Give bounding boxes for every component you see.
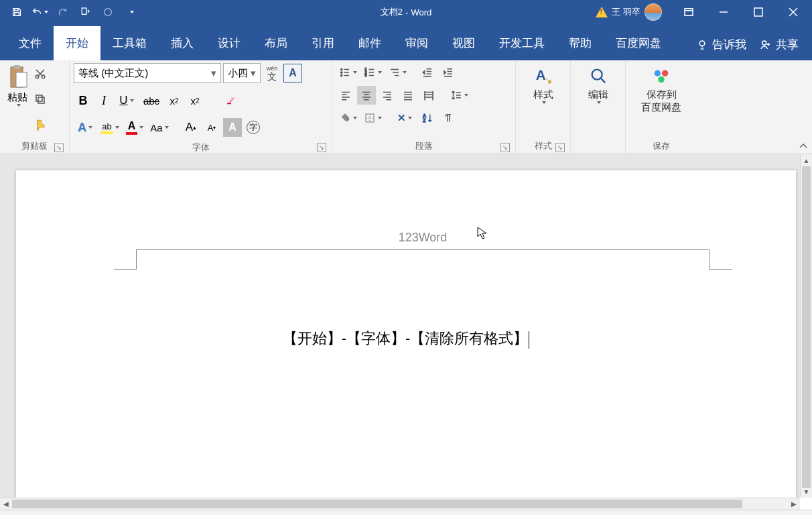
align-right-button[interactable] [378,86,397,105]
tab-design[interactable]: 设计 [206,26,253,60]
shading-button[interactable] [336,109,359,127]
char-border-button[interactable]: A [283,64,302,82]
font-launcher[interactable]: ↘ [317,143,326,152]
vscroll-thumb[interactable] [802,166,811,488]
sort-button[interactable]: AZ [418,109,437,127]
increase-indent-button[interactable] [439,63,458,82]
redo-button[interactable] [52,2,72,22]
svg-text:A: A [535,67,545,82]
grow-font-button[interactable]: A▴ [182,118,200,137]
borders-button[interactable] [361,109,384,127]
save-baidu-button[interactable]: 保存到 百度网盘 [631,63,691,117]
superscript-button[interactable]: x2 [186,91,204,110]
phonetic-guide-button[interactable]: wén文 [263,64,281,82]
align-center-button[interactable] [357,86,376,105]
tell-me-label: 告诉我 [712,37,746,52]
tab-references[interactable]: 引用 [299,26,346,60]
font-size-combo[interactable]: 小四▾ [223,63,261,83]
styles-launcher[interactable]: ↘ [555,143,565,152]
bold-button[interactable]: B [74,91,92,110]
scroll-left-button[interactable]: ◀ [0,498,12,510]
enclose-char-button[interactable]: 字 [244,118,263,137]
tab-toolbox[interactable]: 工具箱 [100,26,159,60]
shrink-font-button[interactable]: A▾ [202,118,221,137]
tab-insert[interactable]: 插入 [159,26,206,60]
maximize-button[interactable] [744,0,773,24]
multilevel-button[interactable] [386,63,409,82]
cut-button[interactable] [31,64,50,83]
group-styles: A 样式 样式↘ [516,60,571,154]
vscroll-track[interactable] [801,166,812,485]
undo-button[interactable] [29,2,50,22]
svg-point-20 [340,72,342,73]
scroll-down-button[interactable]: ▼ [801,485,812,498]
collapse-ribbon-button[interactable] [797,140,809,152]
record-button[interactable] [98,2,118,22]
asian-layout-button[interactable]: ✕ [393,109,416,127]
tab-help[interactable]: 帮助 [557,26,604,60]
tab-mail[interactable]: 邮件 [346,26,393,60]
minimize-button[interactable] [709,0,738,24]
hscroll-track[interactable] [12,498,788,510]
subscript-button[interactable]: x2 [165,91,184,110]
user-area[interactable]: 王 羽卒 [596,3,662,21]
save-button[interactable] [7,2,27,22]
show-marks-button[interactable] [439,109,458,127]
numbering-button[interactable]: 123 [361,63,384,82]
vertical-scrollbar[interactable]: ▲ ▼ [800,154,812,498]
svg-rect-12 [13,65,20,69]
clipboard-launcher[interactable]: ↘ [54,143,64,152]
close-button[interactable] [779,0,808,24]
scroll-right-button[interactable]: ▶ [788,498,800,510]
warning-icon [596,7,608,17]
change-case-button[interactable]: Aa [148,118,171,137]
styles-button[interactable]: A 样式 [525,63,562,107]
tab-review[interactable]: 审阅 [393,26,440,60]
page[interactable]: 123Word 【开始】-【字体】-【清除所有格式】 [16,170,796,498]
paragraph-launcher[interactable]: ↘ [500,143,510,152]
editing-button[interactable]: 编辑 [580,63,617,107]
clear-format-button[interactable] [222,91,241,110]
scroll-up-button[interactable]: ▲ [801,154,812,166]
tab-file[interactable]: 文件 [7,26,54,60]
font-color-button[interactable]: A [123,118,146,137]
underline-button[interactable]: U [115,91,138,110]
quick-access-toolbar [0,2,141,22]
format-painter-button[interactable] [31,115,50,134]
char-shading-button[interactable]: A [223,118,242,137]
paste-button[interactable]: 粘贴 [4,63,31,108]
tab-home[interactable]: 开始 [54,26,100,60]
horizontal-scrollbar[interactable]: ◀ ▶ [0,498,800,510]
highlight-button[interactable]: ab [98,118,121,137]
strikethrough-button[interactable]: abc [140,91,163,110]
distributed-button[interactable] [419,86,438,105]
tab-developer[interactable]: 开发工具 [487,26,557,60]
group-save: 保存到 百度网盘 保存 [626,60,697,154]
decrease-indent-button[interactable] [418,63,437,82]
share-button[interactable]: 共享 [753,29,805,60]
qat-customize-button[interactable] [121,2,141,22]
document-area[interactable]: 123Word 【开始】-【字体】-【清除所有格式】 [0,154,812,498]
touch-mode-button[interactable] [75,2,95,22]
svg-rect-1 [15,13,19,16]
svg-text:3: 3 [364,73,366,77]
group-clipboard: 粘贴 剪贴板↘ [0,60,70,154]
justify-button[interactable] [399,86,417,105]
align-left-button[interactable] [336,86,355,105]
tab-view[interactable]: 视图 [440,26,487,60]
line-spacing-button[interactable] [448,86,470,105]
svg-point-3 [105,9,112,16]
ribbon-display-button[interactable] [674,0,703,24]
text-effect-button[interactable]: A [74,118,96,137]
font-name-combo[interactable]: 等线 (中文正文)▾ [74,63,221,83]
hscroll-thumb[interactable] [12,500,742,508]
svg-rect-13 [16,72,27,87]
copy-button[interactable] [31,90,50,109]
page-header-rule [137,249,709,250]
tab-layout[interactable]: 布局 [253,26,299,60]
bullets-button[interactable] [336,63,359,82]
body-text[interactable]: 【开始】-【字体】-【清除所有格式】 [16,329,796,349]
italic-button[interactable]: I [94,91,113,110]
tell-me[interactable]: 告诉我 [689,29,753,60]
tab-baidu[interactable]: 百度网盘 [604,26,673,60]
